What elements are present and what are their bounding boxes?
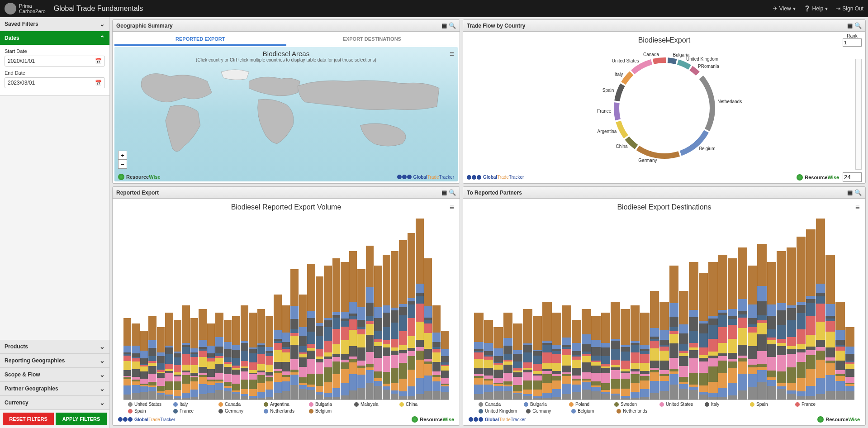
partners-chart-plot[interactable] [465, 214, 863, 400]
bar[interactable] [424, 258, 432, 399]
legend-item[interactable]: Belgium [571, 409, 607, 414]
bar[interactable] [441, 331, 449, 399]
bar[interactable] [484, 320, 493, 399]
legend-item[interactable]: United States [128, 402, 164, 407]
bar[interactable] [391, 251, 398, 399]
legend-item[interactable]: Spain [750, 402, 786, 407]
bar[interactable] [523, 309, 532, 399]
view-menu[interactable]: ✈ View ▾ [773, 5, 796, 12]
filter-currency-header[interactable]: Currency ⌄ [0, 396, 109, 409]
filter-partner-geo-header[interactable]: Partner Geographies ⌄ [0, 382, 109, 395]
legend-item[interactable]: United Kingdom [479, 409, 517, 414]
zoom-icon[interactable]: 🔍 [449, 22, 456, 29]
legend-item[interactable]: Canada [479, 402, 515, 407]
bar[interactable] [552, 313, 562, 399]
bar[interactable] [357, 269, 365, 399]
hamburger-icon[interactable]: ≡ [450, 50, 454, 59]
filter-reporting-geo-header[interactable]: Reporting Geographies ⌄ [0, 354, 109, 367]
bar[interactable] [542, 302, 552, 399]
bar[interactable] [215, 313, 223, 399]
tab-reported-export[interactable]: REPORTED EXPORT [114, 33, 286, 46]
bar[interactable] [241, 305, 248, 399]
bar[interactable] [757, 244, 767, 399]
legend-item[interactable]: Netherlands [617, 409, 653, 414]
bar[interactable] [274, 295, 281, 399]
legend-item[interactable]: United States [659, 402, 696, 407]
bar[interactable] [631, 305, 640, 399]
bar[interactable] [349, 251, 357, 399]
bar[interactable] [190, 318, 198, 399]
hamburger-icon[interactable]: ≡ [450, 203, 454, 212]
bar[interactable] [513, 323, 522, 399]
bar[interactable] [679, 291, 688, 399]
bar[interactable] [659, 302, 669, 399]
legend-item[interactable]: Bulgaria [309, 402, 345, 407]
legend-item[interactable]: Canada [218, 402, 255, 407]
bar[interactable] [640, 313, 650, 399]
bar[interactable] [601, 313, 611, 399]
bar[interactable] [689, 262, 698, 399]
legend-item[interactable]: Netherlands [264, 409, 300, 414]
bar[interactable] [224, 320, 232, 399]
bar[interactable] [533, 316, 542, 399]
bar[interactable] [699, 273, 708, 399]
bar[interactable] [341, 262, 348, 399]
bar[interactable] [199, 309, 206, 399]
bar[interactable] [266, 316, 273, 399]
bar[interactable] [232, 316, 240, 399]
reset-filters-button[interactable]: RESET FILTERS [3, 413, 54, 425]
legend-item[interactable]: Poland [569, 402, 605, 407]
bar[interactable] [845, 327, 855, 399]
filter-products-header[interactable]: Products ⌄ [0, 340, 109, 353]
bar[interactable] [650, 291, 659, 399]
bar[interactable] [366, 246, 374, 399]
legend-item[interactable]: Germany [526, 409, 562, 414]
legend-item[interactable]: Belgium [309, 409, 345, 414]
bar[interactable] [324, 266, 332, 399]
bar[interactable] [432, 305, 440, 399]
legend-item[interactable]: Italy [705, 402, 741, 407]
table-icon[interactable]: ▤ [847, 189, 853, 196]
bar[interactable] [332, 258, 340, 399]
bar[interactable] [797, 237, 806, 399]
world-map[interactable]: Biodiesel Areas (Click country or Ctrl+c… [114, 47, 458, 181]
table-icon[interactable]: ▤ [441, 189, 447, 196]
bar[interactable] [738, 247, 747, 399]
bar[interactable] [621, 309, 630, 399]
bar[interactable] [669, 266, 679, 399]
tab-export-destinations[interactable]: EXPORT DESTINATIONS [286, 33, 458, 46]
legend-item[interactable]: Germany [218, 409, 255, 414]
bar[interactable] [174, 320, 181, 399]
bar[interactable] [299, 295, 307, 399]
legend-item[interactable]: France [173, 409, 209, 414]
bar[interactable] [148, 316, 156, 399]
bar[interactable] [157, 327, 165, 399]
rank-top-input[interactable] [843, 38, 862, 47]
bar[interactable] [249, 313, 256, 399]
filter-dates-header[interactable]: Dates ⌃ [0, 31, 109, 45]
bar[interactable] [806, 229, 816, 399]
zoom-icon[interactable]: 🔍 [854, 189, 862, 196]
bar[interactable] [257, 309, 265, 399]
bar[interactable] [383, 255, 390, 399]
zoom-icon[interactable]: 🔍 [449, 189, 456, 196]
bar[interactable] [140, 331, 148, 399]
zoom-in-button[interactable]: + [118, 151, 127, 160]
bar[interactable] [408, 233, 415, 399]
end-date-input[interactable]: 2023/03/01 📅 [5, 77, 105, 88]
bar[interactable] [493, 327, 503, 399]
table-icon[interactable]: ▤ [847, 22, 853, 29]
legend-item[interactable]: Bulgaria [524, 402, 560, 407]
bar[interactable] [290, 269, 298, 399]
signout-button[interactable]: ⇥ Sign Out [836, 5, 863, 12]
bar[interactable] [718, 255, 728, 399]
apply-filters-button[interactable]: APPLY FILTERS [56, 413, 107, 425]
bar[interactable] [132, 323, 139, 399]
bar[interactable] [591, 316, 601, 399]
hamburger-icon[interactable]: ≡ [855, 203, 860, 212]
rank-slider[interactable] [855, 59, 862, 170]
table-icon[interactable]: ▤ [441, 22, 447, 29]
bar[interactable] [123, 318, 131, 399]
bar[interactable] [207, 323, 215, 399]
filter-saved-header[interactable]: Saved Filters ⌄ [0, 17, 109, 31]
